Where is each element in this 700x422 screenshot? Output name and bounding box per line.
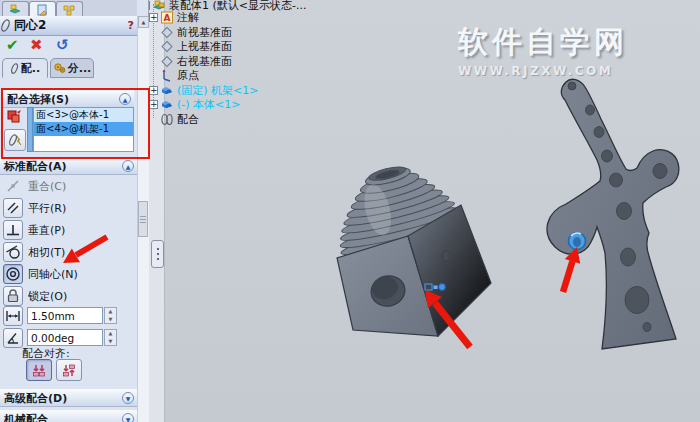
panel-title: 同心2 [14,17,46,34]
collapse-section-icon[interactable]: ▲ [122,160,134,172]
concentric-icon [3,264,23,284]
help-icon[interactable]: ? [128,19,134,32]
distance-input[interactable] [27,307,103,324]
propertymanager-icon [36,4,49,16]
tree-item-label: (固定) 机架<1> [177,83,259,98]
solidworks-window: 软件自学网 WWW.RJZXW.COM − 装配体1 (默认<显示状态-... … [0,0,700,422]
mate-lock-row[interactable]: 锁定(O) [0,286,137,307]
mate-coincident-label: 重合(C) [28,179,66,194]
mates-icon [160,113,174,126]
panel-scrollbar[interactable]: ▲ [137,16,149,422]
angle-stepper[interactable]: ▲▼ [104,329,117,346]
watermark-subtitle: WWW.RJZXW.COM [458,64,628,78]
mate-lock-label: 锁定(O) [28,289,67,304]
aligned-icon [32,364,46,377]
tutorial-highlight-box [1,88,150,159]
tree-item-label: 原点 [177,68,199,83]
tree-item-front-plane[interactable]: 前视基准面 [160,25,232,39]
angle-input[interactable] [27,329,103,346]
tab-mates[interactable]: 配.. [2,58,48,78]
scroll-up-icon[interactable]: ▲ [138,16,149,28]
configurationmanager-tab[interactable] [56,1,83,17]
configurationmanager-icon [63,4,76,16]
tree-item-right-plane[interactable]: 右视基准面 [160,54,232,68]
paperclip-icon [10,62,19,75]
mate-tangent-row[interactable]: 相切(T) [0,242,137,263]
tree-item-label: 上视基准面 [177,39,232,54]
standard-mates-header-label: 标准配合(A) [4,159,67,174]
part-icon [160,98,174,111]
tree-item-label: 前视基准面 [177,25,232,40]
expand-icon[interactable]: + [149,86,158,95]
tree-item-label: 注解 [177,10,199,25]
watermark-title: 软件自学网 [458,22,628,63]
tab-analysis[interactable]: 分... [50,58,94,78]
face-selection-marker-frame[interactable] [569,233,586,250]
perpendicular-icon [3,220,23,240]
plane-icon [160,40,174,53]
tree-item-label: 右视基准面 [177,54,232,69]
tree-item-label: 配合 [177,112,199,127]
mate-concentric-row[interactable]: 同轴心(N) [0,264,137,285]
manager-tabstrip [0,0,137,17]
anti-aligned-button[interactable] [56,359,82,381]
tab-analysis-label: 分... [68,61,92,76]
property-manager-panel: 同心2 ? ✔ ✖ ↺ 配.. 分... 配合选择(S) ▲ [0,0,149,422]
expand-section-icon[interactable]: ▼ [122,392,134,404]
origin-icon [160,69,174,82]
tree-item-annotations[interactable]: + A 注解 [149,10,199,24]
mate-parallel-row[interactable]: 平行(R) [0,198,137,219]
svg-text:A: A [164,13,171,23]
tree-item-label: (-) 本体<1> [177,97,240,112]
plane-icon [160,26,174,39]
mate-perpendicular-label: 垂直(P) [28,223,65,238]
standard-mates-header[interactable]: 标准配合(A) ▲ [0,157,137,175]
tree-item-top-plane[interactable]: 上视基准面 [160,39,232,53]
distance-stepper[interactable]: ▲▼ [104,307,117,324]
aligned-button[interactable] [26,359,52,381]
mate-coincident-row: 重合(C) [0,176,137,197]
scrollbar-thumb[interactable] [138,201,148,237]
tree-item-body-component[interactable]: + (-) 本体<1> [149,97,240,111]
distance-row: ▲▼ [0,306,137,327]
mate-parallel-label: 平行(R) [28,201,66,216]
distance-icon [3,306,23,326]
mechanical-mates-header[interactable]: 机械配合 ▼ [0,410,137,422]
parallel-icon [3,198,23,218]
advanced-mates-header[interactable]: 高级配合(D) ▼ [0,389,137,407]
lock-icon [3,286,23,306]
propertymanager-title-bar: 同心2 ? [0,16,137,36]
anti-aligned-icon [62,364,76,377]
tab-mates-label: 配.. [21,61,40,76]
mate-paperclip-icon [0,18,11,33]
expand-icon[interactable]: + [149,13,158,22]
undo-button[interactable]: ↺ [56,37,69,53]
mate-tangent-label: 相切(T) [28,245,65,260]
cancel-button[interactable]: ✖ [30,37,43,53]
tree-item-frame-component[interactable]: + (固定) 机架<1> [149,83,259,97]
ok-button[interactable]: ✔ [6,37,19,53]
annotations-icon: A [160,11,174,24]
model-frame-plate[interactable] [547,79,679,349]
gears-icon [53,62,66,74]
propertymanager-tab[interactable] [29,1,56,17]
plane-icon [160,55,174,68]
mate-concentric-label: 同轴心(N) [28,267,78,282]
featuremanager-tab[interactable] [2,1,29,17]
featuremanager-icon [9,4,22,16]
tree-item-mates[interactable]: 配合 [160,112,199,126]
tangent-icon [3,242,23,262]
mechanical-mates-header-label: 机械配合 [4,412,48,422]
expand-icon[interactable]: + [149,100,158,109]
angle-icon [3,328,23,348]
panel-subtabs: 配.. 分... [0,58,137,79]
tree-item-origin[interactable]: 原点 [160,68,199,82]
part-icon [160,84,174,97]
watermark: 软件自学网 WWW.RJZXW.COM [458,22,628,78]
advanced-mates-header-label: 高级配合(D) [4,391,67,406]
coincident-icon [3,176,23,196]
mate-perpendicular-row[interactable]: 垂直(P) [0,220,137,241]
expand-section-icon[interactable]: ▼ [122,413,134,422]
